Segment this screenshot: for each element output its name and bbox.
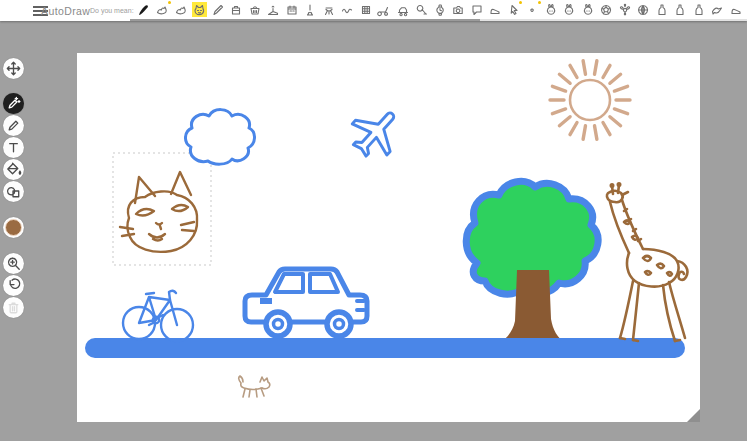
car[interactable] — [245, 269, 367, 336]
suggestions-scrollbar-thumb[interactable] — [130, 19, 480, 21]
suggestion-rabbit-2-icon[interactable] — [562, 2, 577, 17]
spark-dot-icon — [538, 1, 541, 4]
spark-dot-icon — [519, 1, 522, 4]
suggestion-camera-icon[interactable] — [451, 2, 466, 17]
fill-icon — [4, 160, 23, 179]
suggestions-label: Do you mean: — [90, 7, 134, 14]
suggestion-shoe-icon[interactable] — [488, 2, 503, 17]
tool-color-button[interactable] — [3, 217, 24, 238]
drawing-canvas[interactable] — [77, 53, 700, 422]
tool-undo-button[interactable] — [3, 275, 24, 296]
tool-draw-button[interactable] — [3, 115, 24, 136]
cloud[interactable] — [185, 110, 254, 165]
cat-face-sketch[interactable] — [120, 172, 197, 252]
tool-zoom-button[interactable] — [3, 253, 24, 274]
suggestions-scrollbar-track[interactable] — [130, 19, 747, 21]
suggestion-bottle-1-icon[interactable] — [654, 2, 669, 17]
color-swatch-icon — [5, 219, 22, 236]
top-bar: AutoDraw Do you mean: — [0, 0, 747, 21]
suggestion-bag-icon[interactable] — [229, 2, 244, 17]
tool-rail — [3, 58, 25, 319]
tool-shape-button[interactable] — [3, 181, 24, 202]
suggestion-stamp-icon[interactable] — [358, 2, 373, 17]
suggestion-speech-bubble-icon[interactable] — [469, 2, 484, 17]
suggestion-watch-icon[interactable] — [432, 2, 447, 17]
suggestion-sketch-guess-1-icon[interactable] — [155, 2, 170, 17]
sun[interactable] — [550, 61, 630, 140]
pencil-icon — [4, 116, 23, 135]
canvas-resize-handle[interactable] — [687, 409, 700, 422]
suggestion-flower-icon[interactable] — [617, 2, 632, 17]
suggestion-squiggle-icon[interactable] — [340, 2, 355, 17]
tool-select-button[interactable] — [3, 58, 24, 79]
suggestion-rabbit-3-icon[interactable] — [580, 2, 595, 17]
suggestion-bird-icon[interactable] — [710, 2, 725, 17]
suggestion-cake-icon[interactable] — [266, 2, 281, 17]
autodraw-app: AutoDraw Do you mean: — [0, 0, 747, 441]
suggestion-current-stroke-icon[interactable] — [136, 2, 151, 17]
suggestion-strip — [136, 1, 747, 18]
magnifier-icon — [4, 254, 23, 273]
suggestion-grill-icon[interactable] — [321, 2, 336, 17]
move-icon — [4, 59, 23, 78]
undo-icon — [4, 276, 23, 295]
tool-fill-button[interactable] — [3, 159, 24, 180]
suggestion-bottle-3-icon[interactable] — [691, 2, 706, 17]
suggestion-bottle-2-icon[interactable] — [673, 2, 688, 17]
app-title: AutoDraw — [41, 5, 90, 17]
tool-type-button[interactable] — [3, 137, 24, 158]
tree[interactable] — [466, 181, 598, 343]
tool-autodraw-button[interactable] — [3, 93, 24, 114]
suggestion-mower-icon[interactable] — [377, 2, 392, 17]
airplane[interactable] — [342, 98, 409, 166]
suggestion-dot-icon[interactable] — [525, 2, 540, 17]
canvas-drawing-layer — [77, 53, 700, 422]
spark-dot-icon — [168, 1, 171, 4]
giraffe-sketch[interactable] — [607, 183, 688, 341]
tool-delete-button[interactable] — [3, 297, 24, 318]
suggestion-cursor-icon[interactable] — [506, 2, 521, 17]
suggestion-sketch-guess-2-icon[interactable] — [173, 2, 188, 17]
suggestion-cat-face-icon[interactable] — [192, 2, 207, 17]
suggestion-shoe-2-icon[interactable] — [728, 2, 743, 17]
bicycle[interactable] — [123, 291, 193, 341]
suggestion-vacuum-icon[interactable] — [414, 2, 429, 17]
suggestion-rabbit-1-icon[interactable] — [543, 2, 558, 17]
suggestion-soccer-ball-icon[interactable] — [599, 2, 614, 17]
text-icon — [4, 138, 23, 157]
suggestion-calendar-icon[interactable] — [284, 2, 299, 17]
magic-pencil-icon — [4, 94, 23, 113]
suggestion-pencil-icon[interactable] — [210, 2, 225, 17]
trash-icon — [4, 298, 23, 317]
suggestion-globe-icon[interactable] — [636, 2, 651, 17]
suggestion-broom-icon[interactable] — [303, 2, 318, 17]
small-cat-sketch[interactable] — [239, 376, 270, 397]
shape-icon — [4, 182, 23, 201]
suggestion-basket-icon[interactable] — [247, 2, 262, 17]
suggestion-car-icon[interactable] — [395, 2, 410, 17]
